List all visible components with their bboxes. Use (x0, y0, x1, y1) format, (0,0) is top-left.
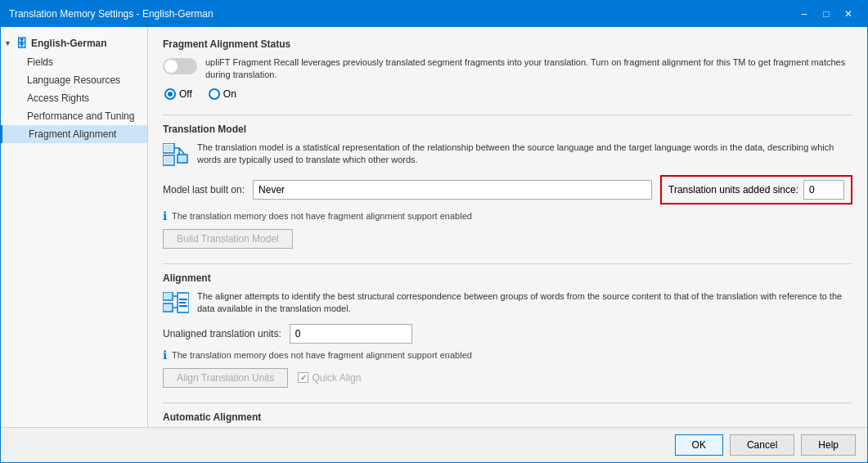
sidebar-item-language-resources[interactable]: Language Resources (1, 71, 147, 89)
sidebar-label-access-rights: Access Rights (27, 92, 89, 104)
fragment-alignment-description: upliFT Fragment Recall leverages previou… (205, 56, 852, 82)
model-icon (163, 143, 189, 169)
translation-model-title: Translation Model (163, 124, 852, 135)
quick-align-checkbox[interactable] (298, 372, 308, 383)
sidebar-item-performance-tuning[interactable]: Performance and Tuning (1, 107, 147, 125)
info-icon-model: ℹ (163, 209, 167, 223)
alignment-info-text: The translation memory does not have fra… (172, 350, 472, 360)
model-icon-row: The translation model is a statistical r… (163, 142, 852, 169)
window-title: Translation Memory Settings - English-Ge… (9, 8, 214, 20)
svg-rect-3 (164, 157, 173, 164)
radio-on-label: On (223, 88, 236, 100)
maximize-button[interactable]: □ (816, 6, 837, 22)
quick-align-checkbox-row[interactable]: Quick Align (298, 372, 361, 384)
svg-rect-12 (179, 305, 187, 307)
tu-added-label: Translation units added since: (668, 184, 798, 196)
alignment-title: Alignment (163, 272, 852, 284)
radio-off-circle (164, 88, 176, 100)
divider-1 (163, 115, 852, 115)
svg-rect-11 (179, 302, 186, 303)
radio-off[interactable]: Off (164, 88, 192, 100)
toggle-row: upliFT Fragment Recall leverages previou… (163, 56, 852, 82)
model-last-built-row: Model last built on: Translation units a… (163, 175, 852, 205)
divider-2 (163, 263, 852, 264)
radio-on[interactable]: On (209, 88, 236, 100)
alignment-info-row: ℹ The translation memory does not have f… (163, 348, 852, 362)
help-button[interactable]: Help (801, 434, 856, 456)
build-translation-model-button[interactable]: Build Translation Model (163, 229, 293, 249)
sidebar-item-fragment-alignment[interactable]: Fragment Alignment (1, 125, 147, 143)
model-description: The translation model is a statistical r… (197, 142, 852, 167)
automatic-alignment-title: Automatic Alignment (163, 411, 852, 423)
main-panel: Fragment Alignment Status upliFT Fragmen… (148, 27, 867, 427)
minimize-button[interactable]: – (794, 6, 815, 22)
model-last-built-input[interactable] (253, 180, 652, 200)
align-icon-row: The aligner attempts to identify the bes… (163, 290, 852, 317)
sidebar-item-fields[interactable]: Fields (1, 53, 147, 71)
sidebar: ▼ 🗄 English-German Fields Language Resou… (1, 27, 148, 427)
align-icon (163, 292, 189, 317)
translation-model-info-text: The translation memory does not have fra… (172, 211, 472, 221)
title-bar-controls: – □ ✕ (794, 6, 859, 22)
unaligned-input[interactable] (290, 324, 412, 344)
svg-rect-6 (164, 293, 172, 299)
ok-button[interactable]: OK (675, 434, 723, 456)
sidebar-label-fragment-alignment: Fragment Alignment (29, 128, 116, 140)
svg-rect-4 (178, 155, 187, 163)
tu-added-group: Translation units added since: (660, 175, 852, 205)
svg-rect-1 (164, 145, 173, 151)
sidebar-item-english-german[interactable]: ▼ 🗄 English-German (1, 34, 147, 53)
fragment-alignment-status-section: Fragment Alignment Status upliFT Fragmen… (163, 38, 852, 100)
fragment-alignment-status-title: Fragment Alignment Status (163, 38, 852, 50)
fragment-alignment-toggle[interactable] (163, 58, 197, 74)
content-area: ▼ 🗄 English-German Fields Language Resou… (1, 27, 867, 427)
unaligned-label: Unaligned translation units: (163, 328, 281, 339)
main-window: Translation Memory Settings - English-Ge… (0, 0, 868, 463)
svg-rect-8 (164, 304, 172, 311)
toggle-knob (164, 60, 178, 73)
close-button[interactable]: ✕ (838, 6, 859, 22)
align-translation-units-button[interactable]: Align Translation Units (163, 368, 288, 388)
translation-model-info-row: ℹ The translation memory does not have f… (163, 209, 852, 223)
cancel-button[interactable]: Cancel (730, 434, 794, 456)
alignment-description: The aligner attempts to identify the bes… (197, 290, 852, 316)
unaligned-row: Unaligned translation units: (163, 324, 852, 344)
radio-on-circle (209, 88, 220, 100)
sidebar-label-performance-tuning: Performance and Tuning (27, 110, 134, 122)
automatic-alignment-section: Automatic Alignment (163, 411, 852, 427)
bottom-bar: OK Cancel Help (1, 427, 867, 462)
build-button-row: Build Translation Model (163, 229, 852, 249)
sidebar-label-fields: Fields (27, 56, 53, 68)
alignment-section: Alignment (163, 272, 852, 388)
sidebar-label-language-resources: Language Resources (27, 74, 120, 86)
svg-rect-10 (179, 299, 187, 300)
align-button-row: Align Translation Units Quick Align (163, 368, 852, 388)
divider-3 (163, 402, 852, 403)
sidebar-label-english-german: English-German (31, 38, 107, 49)
db-icon: 🗄 (16, 37, 27, 50)
sidebar-item-access-rights[interactable]: Access Rights (1, 89, 147, 107)
translation-model-section: Translation Model The translation model … (163, 124, 852, 249)
info-icon-alignment: ℹ (163, 348, 167, 362)
radio-row: Off On (164, 88, 852, 100)
tu-added-input[interactable] (803, 180, 844, 200)
quick-align-label: Quick Align (312, 372, 361, 384)
tree-collapse-icon: ▼ (4, 39, 11, 47)
model-last-built-label: Model last built on: (163, 184, 245, 196)
title-bar: Translation Memory Settings - English-Ge… (1, 1, 867, 27)
radio-off-label: Off (179, 88, 192, 100)
